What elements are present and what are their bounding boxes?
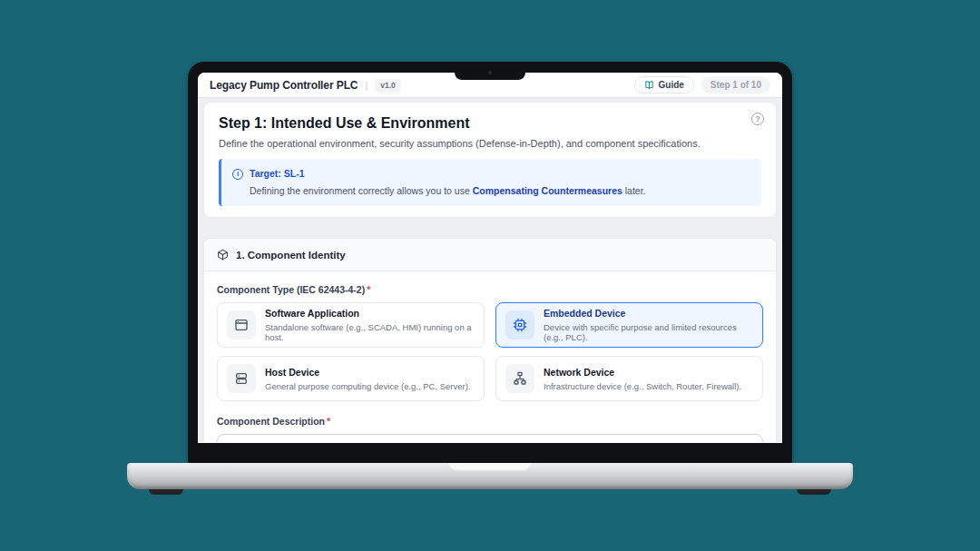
component-type-grid: Software Application Standalone software… — [217, 302, 763, 401]
help-icon[interactable]: ? — [751, 113, 764, 125]
type-card-title: Embedded Device — [544, 308, 753, 320]
section-body: Component Type (IEC 62443-4-2)* Software… — [204, 271, 776, 442]
type-card-host-device[interactable]: Host Device General purpose computing de… — [217, 356, 485, 401]
type-card-text: Network Device Infrastructure device (e.… — [544, 367, 741, 391]
info-icon: i — [232, 169, 243, 180]
title-separator: | — [365, 80, 368, 91]
component-identity-card: 1. Component Identity Component Type (IE… — [203, 238, 777, 442]
page-title: Step 1: Intended Use & Environment — [219, 113, 761, 133]
laptop-screen-bezel: Legacy Pump Controller PLC | v1.0 Guide … — [188, 62, 792, 463]
type-card-software-application[interactable]: Software Application Standalone software… — [217, 302, 485, 348]
info-body-prefix: Defining the environment correctly allow… — [250, 185, 473, 196]
info-box-body: Defining the environment correctly allow… — [232, 184, 750, 197]
camera-icon — [488, 71, 492, 74]
type-card-text: Software Application Standalone software… — [265, 308, 475, 342]
cpu-icon — [505, 310, 534, 339]
info-body-bold: Compensating Countermeasures — [473, 185, 622, 196]
type-card-network-device[interactable]: Network Device Infrastructure device (e.… — [495, 356, 763, 401]
app-body: Step 1: Intended Use & Environment ? Def… — [198, 98, 782, 442]
package-box-icon — [217, 249, 229, 261]
laptop-base-notch — [448, 463, 532, 471]
server-icon — [227, 364, 256, 393]
section-header-component-identity: 1. Component Identity — [204, 239, 776, 271]
guide-button[interactable]: Guide — [634, 76, 694, 93]
laptop-notch — [455, 62, 525, 80]
type-card-title: Software Application — [265, 308, 475, 320]
component-type-label-text: Component Type (IEC 62443-4-2) — [217, 284, 365, 295]
laptop-foot-left — [149, 487, 183, 495]
network-icon — [505, 364, 534, 393]
required-marker: * — [367, 284, 370, 295]
laptop-base — [127, 463, 853, 489]
type-card-description: General purpose computing device (e.g., … — [265, 381, 471, 391]
component-description-label-text: Component Description — [217, 416, 325, 427]
type-card-title: Network Device — [544, 367, 741, 379]
step-intro-card: Step 1: Intended Use & Environment ? Def… — [203, 102, 777, 218]
type-card-title: Host Device — [265, 367, 471, 379]
app-title: Legacy Pump Controller PLC — [210, 79, 358, 92]
section-title: 1. Component Identity — [236, 250, 346, 261]
type-card-embedded-device[interactable]: Embedded Device Device with specific pur… — [495, 302, 763, 348]
type-card-description: Standalone software (e.g., SCADA, HMI) r… — [265, 322, 475, 342]
window-icon — [227, 310, 256, 339]
step-progress-badge: Step 1 of 10 — [701, 76, 770, 93]
laptop-foot-right — [797, 487, 831, 495]
target-info-box: i Target: SL-1 Defining the environment … — [219, 159, 761, 206]
book-open-icon — [644, 80, 654, 90]
laptop-screen: Legacy Pump Controller PLC | v1.0 Guide … — [198, 73, 782, 443]
desktop-background: { "colors": { "page_background": "#17657… — [0, 0, 980, 551]
target-sl-label: Target: SL-1 — [250, 168, 304, 180]
step-subtitle: Define the operational environment, secu… — [219, 137, 761, 150]
type-card-description: Device with specific purpose and limited… — [544, 322, 753, 342]
type-card-text: Host Device General purpose computing de… — [265, 367, 471, 391]
component-description-textarea[interactable] — [217, 434, 763, 442]
info-box-header: i Target: SL-1 — [232, 168, 750, 180]
component-type-label: Component Type (IEC 62443-4-2)* — [217, 284, 763, 295]
guide-button-label: Guide — [659, 80, 684, 90]
type-card-description: Infrastructure device (e.g., Switch, Rou… — [544, 381, 741, 391]
required-marker: * — [327, 416, 330, 427]
type-card-text: Embedded Device Device with specific pur… — [544, 308, 753, 342]
version-badge: v1.0 — [375, 79, 401, 92]
component-description-label: Component Description* — [217, 416, 763, 427]
info-body-suffix: later. — [622, 185, 646, 196]
